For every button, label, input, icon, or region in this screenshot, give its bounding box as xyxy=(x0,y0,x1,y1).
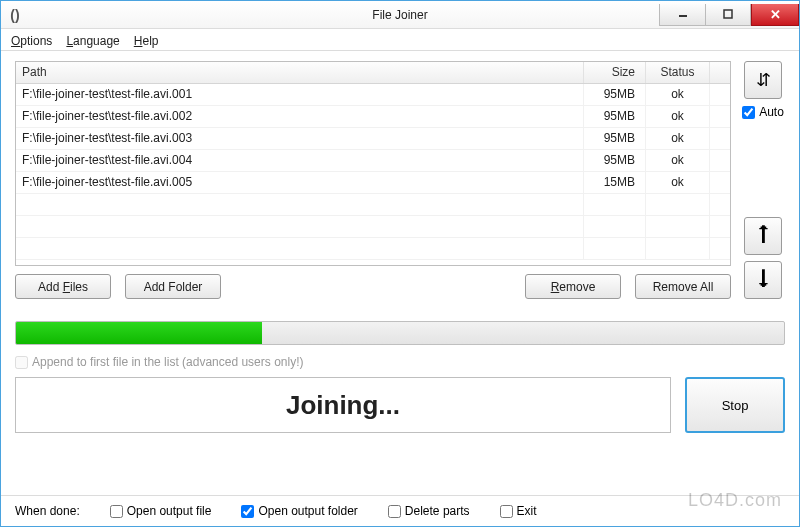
cell-status: ok xyxy=(646,106,710,127)
cell-path: F:\file-joiner-test\test-file.avi.004 xyxy=(16,150,584,171)
open-file-input[interactable] xyxy=(110,505,123,518)
auto-checkbox-input[interactable] xyxy=(742,106,755,119)
close-icon: ✕ xyxy=(770,7,781,22)
remove-all-button[interactable]: Remove All xyxy=(635,274,731,299)
minimize-button[interactable] xyxy=(659,4,705,26)
menubar: Options Language Help xyxy=(1,29,799,51)
progress-fill xyxy=(16,322,262,344)
header-spacer xyxy=(710,62,730,83)
open-folder-label: Open output folder xyxy=(258,504,357,518)
open-folder-input[interactable] xyxy=(241,505,254,518)
list-area: Path Size Status F:\file-joiner-test\tes… xyxy=(15,61,731,299)
table-row[interactable]: F:\file-joiner-test\test-file.avi.003 95… xyxy=(16,128,730,150)
table-row[interactable]: F:\file-joiner-test\test-file.avi.001 95… xyxy=(16,84,730,106)
content-area: Path Size Status F:\file-joiner-test\tes… xyxy=(1,51,799,495)
arrow-up-icon: 🠕 xyxy=(752,223,774,249)
cell-size: 95MB xyxy=(584,128,646,149)
window-buttons: ✕ xyxy=(659,4,799,26)
stop-button[interactable]: Stop xyxy=(685,377,785,433)
side-buttons: ⇵ Auto 🠕 🠗 xyxy=(741,61,785,299)
table-row[interactable]: F:\file-joiner-test\test-file.avi.002 95… xyxy=(16,106,730,128)
titlebar: () File Joiner ✕ xyxy=(1,1,799,29)
auto-checkbox[interactable]: Auto xyxy=(742,105,784,119)
table-row[interactable]: F:\file-joiner-test\test-file.avi.004 95… xyxy=(16,150,730,172)
cell-size: 95MB xyxy=(584,106,646,127)
progress-bar xyxy=(15,321,785,345)
header-status[interactable]: Status xyxy=(646,62,710,83)
exit-input[interactable] xyxy=(500,505,513,518)
maximize-button[interactable] xyxy=(705,4,751,26)
svg-rect-1 xyxy=(724,10,732,18)
status-text: Joining... xyxy=(15,377,671,433)
cell-path: F:\file-joiner-test\test-file.avi.003 xyxy=(16,128,584,149)
cell-path: F:\file-joiner-test\test-file.avi.001 xyxy=(16,84,584,105)
table-row xyxy=(16,238,730,260)
exit-label: Exit xyxy=(517,504,537,518)
cell-size: 15MB xyxy=(584,172,646,193)
move-up-button[interactable]: 🠕 xyxy=(744,217,782,255)
cell-path: F:\file-joiner-test\test-file.avi.002 xyxy=(16,106,584,127)
app-window: () File Joiner ✕ Options Language Help P… xyxy=(0,0,800,527)
cell-path: F:\file-joiner-test\test-file.avi.005 xyxy=(16,172,584,193)
minimize-icon xyxy=(678,9,688,19)
file-list[interactable]: Path Size Status F:\file-joiner-test\tes… xyxy=(15,61,731,266)
list-buttons: Add Files Add Folder Remove Remove All xyxy=(15,274,731,299)
delete-parts-label: Delete parts xyxy=(405,504,470,518)
move-down-button[interactable]: 🠗 xyxy=(744,261,782,299)
auto-label: Auto xyxy=(759,105,784,119)
add-folder-button[interactable]: Add Folder xyxy=(125,274,221,299)
open-folder-checkbox[interactable]: Open output folder xyxy=(241,504,357,518)
menu-language[interactable]: Language xyxy=(66,34,119,48)
header-size[interactable]: Size xyxy=(584,62,646,83)
delete-parts-checkbox[interactable]: Delete parts xyxy=(388,504,470,518)
table-row xyxy=(16,216,730,238)
app-icon: () xyxy=(7,7,23,23)
cell-status: ok xyxy=(646,84,710,105)
arrow-down-icon: 🠗 xyxy=(752,267,774,293)
sort-icon: ⇵ xyxy=(756,69,771,91)
remove-button[interactable]: Remove xyxy=(525,274,621,299)
upper-section: Path Size Status F:\file-joiner-test\tes… xyxy=(15,61,785,299)
table-row xyxy=(16,194,730,216)
append-label: Append to first file in the list (advanc… xyxy=(32,355,303,369)
maximize-icon xyxy=(723,9,733,19)
append-checkbox-input xyxy=(15,356,28,369)
cell-size: 95MB xyxy=(584,150,646,171)
add-files-button[interactable]: Add Files xyxy=(15,274,111,299)
append-checkbox: Append to first file in the list (advanc… xyxy=(15,355,785,369)
cell-status: ok xyxy=(646,128,710,149)
menu-help[interactable]: Help xyxy=(134,34,159,48)
cell-status: ok xyxy=(646,172,710,193)
open-file-checkbox[interactable]: Open output file xyxy=(110,504,212,518)
when-done-label: When done: xyxy=(15,504,80,518)
delete-parts-input[interactable] xyxy=(388,505,401,518)
open-file-label: Open output file xyxy=(127,504,212,518)
header-path[interactable]: Path xyxy=(16,62,584,83)
status-row: Joining... Stop xyxy=(15,377,785,433)
sort-button[interactable]: ⇵ xyxy=(744,61,782,99)
list-rows: F:\file-joiner-test\test-file.avi.001 95… xyxy=(16,84,730,265)
list-header: Path Size Status xyxy=(16,62,730,84)
cell-status: ok xyxy=(646,150,710,171)
exit-checkbox[interactable]: Exit xyxy=(500,504,537,518)
bottom-bar: When done: Open output file Open output … xyxy=(1,495,799,526)
menu-options[interactable]: Options xyxy=(11,34,52,48)
cell-size: 95MB xyxy=(584,84,646,105)
close-button[interactable]: ✕ xyxy=(751,4,799,26)
table-row[interactable]: F:\file-joiner-test\test-file.avi.005 15… xyxy=(16,172,730,194)
